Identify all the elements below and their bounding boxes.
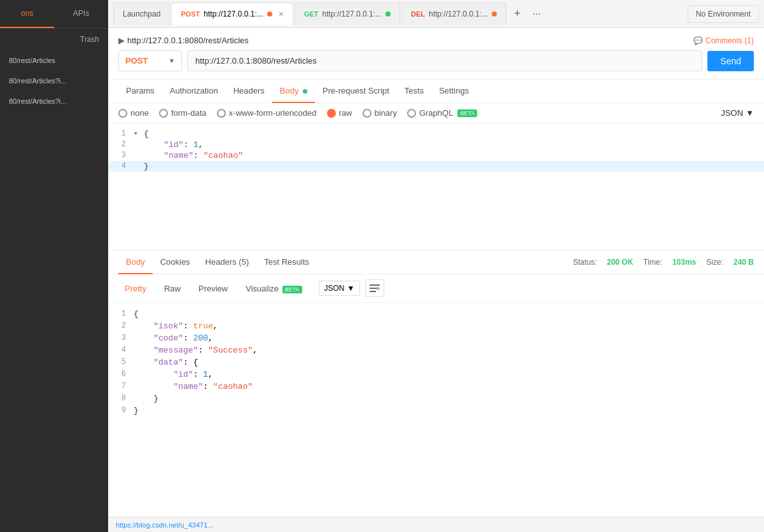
tab-url-get: http://127.0.0.1:... — [323, 10, 382, 18]
json-format-selector[interactable]: JSON ▼ — [721, 108, 754, 118]
option-graphql-label: GraphQL — [419, 108, 453, 118]
add-tab-button[interactable]: + — [508, 4, 527, 24]
response-status: Status: 200 OK Time: 103ms Size: 240 B — [573, 258, 754, 267]
response-format-selector[interactable]: JSON ▼ — [319, 281, 361, 296]
response-code-view: 1 { 2 "isok": true, 3 "code": 200, 4 "me… — [108, 303, 764, 517]
radio-binary[interactable] — [363, 109, 372, 118]
line-content-1: { — [144, 129, 764, 139]
method-selector[interactable]: POST ▼ — [118, 50, 182, 71]
resp-format-label: JSON — [324, 284, 345, 293]
tab-body[interactable]: Body — [272, 80, 315, 103]
radio-form-data[interactable] — [159, 109, 168, 118]
tab-del-articles[interactable]: DEL http://127.0.0.1:... — [401, 3, 506, 25]
tab-method-post: POST — [181, 10, 200, 18]
resp-num-7: 7 — [108, 382, 134, 391]
line-num-1: 1 — [108, 129, 134, 138]
wrap-text-button[interactable] — [365, 279, 384, 297]
resp-line-4: 4 "message": "Success", — [108, 344, 764, 356]
line-content-2: "id": 1, — [144, 140, 764, 150]
line-num-3: 3 — [108, 151, 134, 160]
line-num-4: 4 — [108, 162, 134, 171]
tab-headers[interactable]: Headers — [226, 80, 272, 103]
resp-preview-btn[interactable]: Preview — [192, 281, 234, 297]
option-none-label: none — [130, 108, 149, 118]
resp-raw-btn[interactable]: Raw — [158, 281, 187, 297]
sidebar-trash[interactable]: Trash — [0, 29, 108, 50]
option-none[interactable]: none — [118, 108, 149, 118]
option-graphql[interactable]: GraphQL BETA — [407, 108, 477, 118]
tab-method-get: GET — [304, 10, 319, 18]
resp-content-3: "code": 200, — [134, 333, 764, 343]
tab-params[interactable]: Params — [118, 80, 162, 103]
tab-close-post[interactable]: × — [279, 10, 284, 18]
resp-tab-test-results[interactable]: Test Results — [256, 251, 317, 274]
radio-none[interactable] — [118, 109, 127, 118]
tab-authorization[interactable]: Authorization — [162, 80, 226, 103]
resp-line-9: 9 } — [108, 405, 764, 417]
resp-line-6: 6 "id": 1, — [108, 368, 764, 381]
option-form-data[interactable]: form-data — [159, 108, 207, 118]
environment-selector[interactable]: No Environment — [688, 5, 759, 23]
tab-url-del: http://127.0.0.1:... — [429, 10, 488, 18]
bottom-bar: https://blog.csdn.net/u_43471... — [108, 517, 764, 532]
resp-tab-headers[interactable]: Headers (5) — [198, 251, 257, 274]
request-body-editor[interactable]: 1 ▾ { 2 "id": 1, 3 "name": "caohao" 4 } — [108, 123, 764, 251]
tab-pre-request[interactable]: Pre-request Script — [315, 80, 397, 103]
request-area: ▶ http://127.0.0.1:8080/rest/Articles 💬 … — [108, 28, 764, 80]
resp-pretty-btn[interactable]: Pretty — [118, 281, 153, 297]
sidebar-nav: ons APIs — [0, 0, 108, 29]
option-binary[interactable]: binary — [363, 108, 397, 118]
resp-line-8: 8 } — [108, 393, 764, 405]
json-dropdown-icon: ▼ — [746, 108, 754, 118]
resp-content-5: "data": { — [134, 358, 764, 367]
resp-visualize-btn[interactable]: Visualize BETA — [239, 281, 308, 297]
resp-content-4: "message": "Success", — [134, 346, 764, 355]
resp-content-6: "id": 1, — [134, 370, 764, 379]
tab-launchpad[interactable]: Launchpad — [113, 3, 170, 25]
option-urlencoded[interactable]: x-www-form-urlencoded — [217, 108, 317, 118]
method-value: POST — [125, 56, 148, 66]
tab-get-articles[interactable]: GET http://127.0.0.1:... — [295, 3, 400, 25]
send-button[interactable]: Send — [707, 51, 754, 71]
resp-content-7: "name": "caohao" — [134, 382, 764, 391]
sidebar-item-collections[interactable]: ons — [0, 0, 54, 28]
option-form-data-label: form-data — [171, 108, 207, 118]
radio-raw[interactable] — [327, 109, 336, 118]
breadcrumb: ▶ http://127.0.0.1:8080/rest/Articles — [118, 36, 249, 45]
size-label: Size: — [706, 258, 723, 267]
line-arrow-1: ▾ — [134, 129, 144, 137]
more-tabs-button[interactable]: ··· — [527, 4, 546, 24]
resp-tab-body[interactable]: Body — [118, 251, 153, 274]
radio-graphql[interactable] — [407, 109, 416, 118]
editor-line-4: 4 } — [108, 161, 764, 172]
svg-rect-1 — [370, 288, 377, 289]
resp-format-chevron: ▼ — [347, 284, 355, 293]
bottom-link[interactable]: https://blog.csdn.net/u_43471... — [116, 521, 214, 529]
tab-post-articles[interactable]: POST http://127.0.0.1:... × — [171, 3, 293, 25]
list-item[interactable]: 80/rest/Articles?i... — [0, 91, 108, 111]
sidebar: ons APIs Trash 80/rest/Articles 80/rest/… — [0, 0, 108, 532]
time-value: 103ms — [672, 258, 696, 267]
resp-content-8: } — [134, 394, 764, 403]
list-item[interactable]: 80/rest/Articles?i... — [0, 71, 108, 91]
breadcrumb-arrow: ▶ — [118, 36, 125, 45]
resp-tab-cookies[interactable]: Cookies — [153, 251, 198, 274]
response-area: Body Cookies Headers (5) Test Results St… — [108, 251, 764, 517]
radio-urlencoded[interactable] — [217, 109, 226, 118]
line-num-2: 2 — [108, 140, 134, 149]
status-value: 200 OK — [607, 258, 633, 267]
resp-line-2: 2 "isok": true, — [108, 320, 764, 332]
url-breadcrumb-row: ▶ http://127.0.0.1:8080/rest/Articles 💬 … — [118, 36, 754, 45]
tabs-bar: Launchpad POST http://127.0.0.1:... × GE… — [108, 0, 764, 28]
tab-settings[interactable]: Settings — [431, 80, 476, 103]
url-input[interactable] — [187, 50, 702, 71]
option-urlencoded-label: x-www-form-urlencoded — [229, 108, 317, 118]
resp-num-1: 1 — [108, 309, 134, 318]
option-raw[interactable]: raw — [327, 108, 352, 118]
comments-button[interactable]: 💬 Comments (1) — [693, 36, 754, 45]
tab-tests[interactable]: Tests — [397, 80, 431, 103]
sidebar-item-apis[interactable]: APIs — [54, 0, 108, 28]
size-value: 240 B — [733, 258, 754, 267]
list-item[interactable]: 80/rest/Articles — [0, 50, 108, 71]
tab-dot-post — [267, 11, 272, 17]
